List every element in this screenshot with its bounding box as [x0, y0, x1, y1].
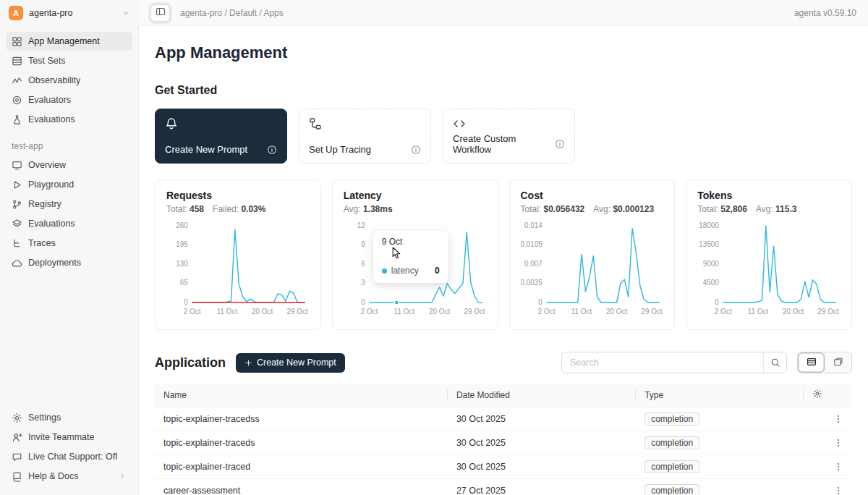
sidebar-item-playground[interactable]: Playground [6, 175, 132, 194]
table-row[interactable]: topic-explainer-traced30 Oct 2025complet… [155, 454, 852, 478]
sidebar-item-label: Deployments [28, 258, 81, 268]
svg-text:9000: 9000 [703, 260, 719, 268]
app-name-cell[interactable]: topic-explainer-traced [155, 454, 448, 478]
metric-card-cost: CostTotal: $0.056432Avg: $0.00012300.003… [509, 179, 676, 330]
row-menu-button[interactable] [833, 486, 843, 495]
chevron-right-icon [118, 472, 127, 481]
svg-text:20 Oct: 20 Oct [606, 308, 627, 316]
app-root: A agenta-pro agenta-pro / Default / Apps… [0, 0, 868, 495]
sidebar-item-invite-teammate[interactable]: Invite Teammate [6, 428, 132, 447]
svg-text:9: 9 [361, 240, 365, 248]
sidebar-item-evaluators[interactable]: Evaluators [6, 90, 132, 109]
bell-icon [165, 117, 277, 130]
sidebar-item-traces[interactable]: Traces [6, 234, 132, 253]
app-name-cell[interactable]: career-assessment [155, 478, 448, 495]
svg-text:2 Oct: 2 Oct [715, 308, 732, 316]
chart-requests: 0651301952602 Oct11 Oct20 Oct29 Oct [166, 220, 310, 322]
sidebar-item-observability[interactable]: Observability [6, 71, 132, 90]
search-input[interactable] [562, 358, 763, 368]
sidebar-main-nav: App ManagementTest SetsObservabilityEval… [6, 32, 132, 130]
row-menu-button[interactable] [833, 414, 843, 424]
table-row[interactable]: career-assessment27 Oct 2025completion [155, 478, 852, 495]
create-button-label: Create New Prompt [257, 358, 336, 368]
book-icon [12, 471, 22, 482]
chart-tokens: 04500900013500180002 Oct11 Oct20 Oct29 O… [697, 220, 841, 322]
create-new-prompt-button[interactable]: Create New Prompt [236, 353, 345, 373]
sidebar-item-test-sets[interactable]: Test Sets [6, 51, 132, 70]
date-modified-cell: 27 Oct 2025 [448, 478, 636, 495]
user-plus-icon [12, 432, 22, 443]
sidebar-item-app-management[interactable]: App Management [6, 32, 132, 51]
svg-text:11 Oct: 11 Oct [217, 308, 238, 316]
svg-text:0.0035: 0.0035 [521, 279, 542, 287]
get-started-card-create-custom-workflow[interactable]: Create Custom Workflow [443, 109, 575, 164]
type-cell: completion [636, 431, 803, 454]
sidebar-item-deployments[interactable]: Deployments [6, 253, 132, 272]
sidebar-item-label: Evaluations [28, 219, 75, 229]
search-box [561, 352, 787, 373]
sidebar-item-overview[interactable]: Overview [6, 156, 132, 174]
app-name-cell[interactable]: topic-explainer-tracedss [155, 407, 448, 431]
metric-title: Cost [521, 190, 664, 201]
breadcrumb: agenta-pro / Default / Apps [180, 8, 284, 18]
sidebar-item-label: Observability [28, 75, 80, 85]
table-row[interactable]: topic-explainer-traceds30 Oct 2025comple… [155, 431, 852, 454]
get-started-card-set-up-tracing[interactable]: Set Up Tracing [299, 109, 431, 164]
info-icon[interactable] [267, 145, 277, 155]
sidebar-item-evaluations[interactable]: Evaluations [6, 214, 132, 233]
sidebar-item-live-chat-support-off[interactable]: Live Chat Support: Off [6, 447, 132, 466]
svg-text:3: 3 [361, 279, 365, 287]
chart-cost: 00.00350.0070.01050.0142 Oct11 Oct20 Oct… [521, 220, 664, 322]
sidebar: App ManagementTest SetsObservabilityEval… [0, 26, 139, 495]
svg-text:0.014: 0.014 [524, 221, 542, 229]
row-menu-button[interactable] [833, 462, 843, 472]
svg-text:0: 0 [538, 298, 542, 306]
monitor-icon [12, 160, 22, 171]
svg-text:20 Oct: 20 Oct [783, 308, 804, 316]
pulse-icon [12, 75, 22, 86]
date-modified-cell: 30 Oct 2025 [448, 407, 636, 431]
sidebar-bottom-nav: SettingsInvite TeammateLive Chat Support… [6, 408, 132, 486]
svg-text:11 Oct: 11 Oct [571, 308, 592, 316]
svg-text:0.0105: 0.0105 [521, 240, 542, 248]
table-header-row: NameDate ModifiedType [155, 384, 852, 407]
info-icon[interactable] [411, 145, 421, 155]
rows-icon [12, 56, 22, 67]
layers-icon [12, 219, 22, 229]
cloud-icon [12, 258, 22, 268]
tooltip-date: 9 Oct [382, 237, 440, 247]
metric-stat: Failed: 0.03% [213, 204, 265, 214]
app-name-cell[interactable]: topic-explainer-traceds [155, 431, 448, 454]
sidebar-item-label: Invite Teammate [28, 432, 94, 442]
svg-text:29 Oct: 29 Oct [818, 308, 839, 316]
sidebar-item-settings[interactable]: Settings [6, 408, 132, 427]
svg-text:130: 130 [176, 260, 188, 268]
metric-stat: Total: 52,806 [697, 204, 747, 214]
sidebar-item-evaluations[interactable]: Evaluations [6, 110, 132, 129]
card-view-button[interactable] [825, 352, 851, 373]
table-settings-button[interactable] [804, 384, 853, 407]
table-view-icon [807, 357, 817, 369]
svg-text:29 Oct: 29 Oct [286, 308, 307, 316]
sidebar-spacer [6, 273, 132, 408]
play-icon [12, 179, 22, 190]
chart-tooltip: 9 Octlatency0 [373, 231, 448, 283]
branch-icon [12, 199, 22, 210]
row-menu-button[interactable] [833, 438, 843, 448]
application-heading: Application [155, 355, 226, 371]
svg-text:0.007: 0.007 [524, 260, 542, 268]
table-view-button[interactable] [798, 352, 825, 373]
sidebar-item-help-docs[interactable]: Help & Docs [6, 467, 132, 486]
metric-stats: Total: $0.056432Avg: $0.000123 [521, 204, 664, 214]
search-icon[interactable] [763, 352, 786, 373]
applications-table: NameDate ModifiedType topic-explainer-tr… [155, 384, 852, 495]
sidebar-item-registry[interactable]: Registry [6, 195, 132, 213]
workspace-selector[interactable]: A agenta-pro [0, 0, 139, 26]
application-header: Application Create New Prompt [155, 352, 852, 373]
info-icon[interactable] [555, 139, 565, 149]
type-badge: completion [644, 484, 699, 495]
table-row[interactable]: topic-explainer-tracedss30 Oct 2025compl… [155, 407, 852, 431]
sidebar-toggle-button[interactable] [150, 4, 170, 22]
sidebar-item-label: Live Chat Support: Off [28, 452, 117, 462]
get-started-card-create-new-prompt[interactable]: Create New Prompt [155, 109, 287, 164]
